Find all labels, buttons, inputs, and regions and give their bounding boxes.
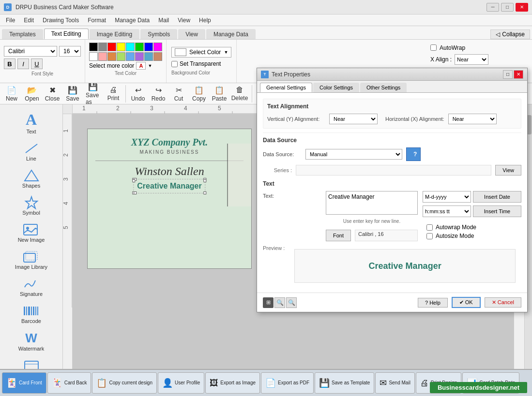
set-transparent-checkbox[interactable]: Set Transparent <box>171 60 221 67</box>
menu-manage-data[interactable]: Manage Data <box>111 16 153 25</box>
font-size-dropdown[interactable]: 16 <box>59 46 81 57</box>
color-green[interactable] <box>135 43 144 51</box>
business-card[interactable]: XYZ Company Pvt. MAKING BUSINESS Winston… <box>87 129 252 269</box>
dialog-close-button[interactable]: ✕ <box>514 70 523 79</box>
view-button[interactable]: View <box>495 165 521 176</box>
tab-text-editing[interactable]: Text Editing <box>44 29 89 39</box>
color-red[interactable] <box>107 43 116 51</box>
text-textarea[interactable] <box>326 191 418 215</box>
time-format-select[interactable]: h:mm:ss tt <box>423 205 471 217</box>
insert-date-button[interactable]: Insert Date <box>473 191 521 203</box>
handle-br[interactable] <box>204 191 207 194</box>
menu-view[interactable]: View <box>174 16 194 25</box>
tab-manage-data[interactable]: Manage Data <box>206 29 256 39</box>
delete-button[interactable]: 🗑 Delete <box>230 84 249 103</box>
autowrap-check[interactable] <box>430 44 437 51</box>
export-image-button[interactable]: 🖼 Export as Image <box>205 372 260 394</box>
signature-tool[interactable]: Signature <box>2 274 61 299</box>
color-brown[interactable] <box>153 52 162 61</box>
close-tool-button[interactable]: ✖ Close <box>43 84 62 103</box>
dialog-tab-color[interactable]: Color Settings <box>313 83 359 92</box>
color-orange[interactable] <box>107 52 116 61</box>
series-input[interactable] <box>296 165 491 176</box>
zoom-in-button[interactable]: 🔍 <box>286 297 297 308</box>
underline-button[interactable]: U <box>31 59 43 69</box>
dialog-restore-button[interactable]: □ <box>503 70 513 79</box>
copy-button[interactable]: 📋 Copy <box>189 84 209 103</box>
zoom-out-button[interactable]: 🔍 <box>274 297 285 308</box>
handle-bm[interactable] <box>134 191 137 194</box>
save-button[interactable]: 💾 Save <box>63 84 82 103</box>
paste-button[interactable]: 📋 Paste <box>210 84 229 103</box>
tab-templates[interactable]: Templates <box>2 29 43 39</box>
line-tool[interactable]: Line <box>2 139 61 164</box>
redo-button[interactable]: ↪ Redo <box>149 84 168 103</box>
menu-edit[interactable]: Edit <box>20 16 38 25</box>
menu-drawing-tools[interactable]: Drawing Tools <box>39 16 83 25</box>
color-teal[interactable] <box>144 52 153 61</box>
dialog-tab-general[interactable]: General Settings <box>260 83 312 92</box>
font-button[interactable]: Font <box>326 230 351 241</box>
export-pdf-button[interactable]: 📄 Export as PDF <box>261 372 314 394</box>
date-format-select[interactable]: M-d-yyyy <box>423 191 471 203</box>
color-black[interactable] <box>89 43 98 51</box>
open-button[interactable]: 📂 Open <box>22 84 42 103</box>
save-template-button[interactable]: 💾 Save as Template <box>315 372 374 394</box>
color-arrow[interactable]: ▼ <box>148 63 152 68</box>
menu-file[interactable]: File <box>2 16 19 25</box>
select-more-color[interactable]: Select more color A ▼ <box>89 62 162 70</box>
card-back-button[interactable]: 🃏 Card Back <box>47 372 91 394</box>
cut-button[interactable]: ✂ Cut <box>169 84 188 103</box>
dialog-tab-other[interactable]: Other Settings <box>360 83 407 92</box>
collapse-button[interactable]: ◁ Collapse <box>490 29 530 39</box>
color-magenta[interactable] <box>153 43 162 51</box>
zoom-fit-button[interactable]: ⊞ <box>263 297 274 308</box>
watermark-tool[interactable]: W Watermark <box>2 328 61 354</box>
color-purple[interactable] <box>135 52 144 61</box>
color-cyan[interactable] <box>126 43 135 51</box>
ok-button[interactable]: ✔ OK <box>452 297 481 308</box>
send-mail-button[interactable]: ✉ Send Mail <box>375 372 414 394</box>
tab-symbols[interactable]: Symbols <box>140 29 177 39</box>
x-align-select[interactable]: Near <box>455 54 488 65</box>
color-white[interactable] <box>89 52 98 61</box>
autosize-mode-check[interactable] <box>426 233 433 239</box>
data-source-select[interactable]: Manual <box>305 149 402 160</box>
handle-mr[interactable] <box>204 179 207 182</box>
insert-time-button[interactable]: Insert Time <box>473 205 521 217</box>
barcode-tool[interactable]: Barcode <box>2 301 61 326</box>
image-library-tool[interactable]: Image Library <box>2 247 61 272</box>
data-source-help-button[interactable]: ? <box>406 147 421 161</box>
maximize-button[interactable]: □ <box>501 3 514 12</box>
print-button[interactable]: 🖨 Print <box>104 84 123 103</box>
menu-format[interactable]: Format <box>84 16 110 25</box>
transparent-check[interactable] <box>171 61 178 67</box>
color-blue[interactable] <box>144 43 153 51</box>
vertical-align-select[interactable]: Near <box>329 114 378 124</box>
tab-image-editing[interactable]: Image Editing <box>90 29 139 39</box>
text-properties-dialog[interactable]: T Text Properties □ ✕ General Settings C… <box>257 68 528 312</box>
menu-mail[interactable]: Mail <box>154 16 173 25</box>
close-button[interactable]: ✕ <box>516 3 528 12</box>
autowrap-mode-check[interactable] <box>426 224 433 231</box>
select-color-button[interactable]: Select Color ▼ <box>171 47 231 58</box>
color-light-blue[interactable] <box>126 52 135 61</box>
color-gray[interactable] <box>98 43 107 51</box>
tab-view[interactable]: View <box>178 29 205 39</box>
minimize-button[interactable]: ─ <box>486 3 499 12</box>
undo-button[interactable]: ↩ Undo <box>128 84 148 103</box>
text-tool[interactable]: A Text <box>2 108 61 137</box>
help-button[interactable]: ? Help <box>418 298 448 308</box>
card-front-button[interactable]: 🃏 Card Front <box>2 372 46 394</box>
horizontal-align-select[interactable]: Near <box>448 114 497 124</box>
color-yellow[interactable] <box>117 43 125 51</box>
handle-ml[interactable] <box>132 179 135 182</box>
cancel-button[interactable]: ✕ Cancel <box>485 297 521 308</box>
menu-help[interactable]: Help <box>195 16 215 25</box>
user-profile-button[interactable]: 👤 User Profile <box>158 372 204 394</box>
color-light-green[interactable] <box>117 52 125 61</box>
font-name-dropdown[interactable]: Calibri <box>4 46 57 57</box>
copy-design-button[interactable]: 📋 Copy current design <box>92 372 157 394</box>
new-button[interactable]: 📄 New <box>2 84 21 103</box>
shapes-tool[interactable]: Shapes <box>2 166 61 191</box>
